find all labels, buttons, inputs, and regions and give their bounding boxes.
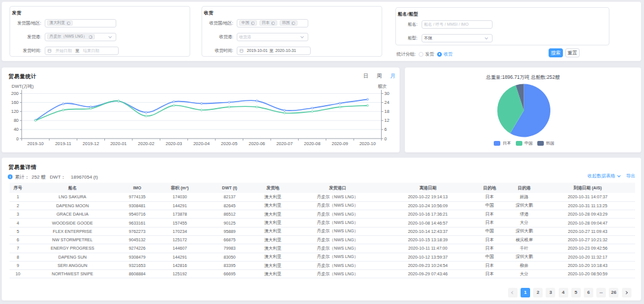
tag-close-icon[interactable] bbox=[89, 35, 92, 39]
page-button-4[interactable]: 4 bbox=[559, 288, 568, 297]
shipping-country-label: 发货国/地区: bbox=[10, 19, 41, 27]
data-point-marker bbox=[173, 101, 175, 103]
table-cell: 2020-10-23 09:42:56 bbox=[540, 244, 635, 253]
table-cell: 95889 bbox=[204, 227, 255, 235]
search-button[interactable]: 搜索 bbox=[549, 48, 563, 57]
data-point-marker bbox=[339, 106, 340, 108]
radio-收货[interactable]: 收货 bbox=[437, 51, 453, 57]
export-link[interactable]: 导出 bbox=[626, 173, 636, 179]
next-page-button[interactable] bbox=[622, 288, 631, 297]
table-cell: 3 bbox=[10, 210, 26, 219]
table-cell: 83395 bbox=[204, 261, 255, 269]
page-button-6[interactable]: 6 bbox=[584, 288, 593, 297]
chevron-down-icon bbox=[617, 174, 621, 177]
table-cell: 丹皮尔（NWS LNG） bbox=[290, 219, 385, 227]
shipping-country-input[interactable]: 澳大利亚 bbox=[45, 19, 116, 27]
table-cell: 7 bbox=[10, 244, 26, 253]
ship-type-label: 船型: bbox=[396, 34, 417, 42]
page-button-3[interactable]: 3 bbox=[546, 288, 555, 297]
page-button-2[interactable]: 2 bbox=[533, 288, 543, 297]
page-button-26[interactable]: 26 bbox=[609, 288, 618, 297]
y-left-tick-label: 40 bbox=[14, 127, 18, 132]
tag-close-icon[interactable] bbox=[292, 22, 295, 25]
table-cell: 日本 bbox=[471, 244, 508, 253]
table-cell: 丹皮尔（NWS LNG） bbox=[290, 201, 385, 210]
table-cell: 横滨根岸 bbox=[508, 235, 540, 244]
table-cell: 澳大利亚 bbox=[255, 219, 290, 227]
ship-name-input[interactable]: 船名 / 呼号 / MMSI / IMO bbox=[422, 20, 493, 29]
table-cell: 2020-10-16 17:36:21 bbox=[385, 210, 471, 219]
shipping-filter-group: 发货 发货国/地区: 澳大利亚 发货港: 丹皮尔（NWS LNG） 发货时间: … bbox=[10, 6, 190, 57]
legend-label: 日本 bbox=[503, 140, 511, 146]
table-cell: 姬路 bbox=[508, 193, 540, 201]
x-tick-label: 2020-03 bbox=[166, 141, 182, 146]
table-cell: 9774135 bbox=[119, 193, 156, 201]
table-cell: 柳井 bbox=[508, 261, 540, 269]
tag-close-icon[interactable] bbox=[67, 22, 70, 25]
table-cell: 2020-10-28 09:04:47 bbox=[540, 219, 635, 227]
column-header: 发货地 bbox=[255, 183, 290, 193]
table-cell: 千叶 bbox=[508, 244, 540, 253]
table-cell: NORTHWEST SNIPE bbox=[26, 270, 119, 278]
table-cell: 4 bbox=[10, 219, 26, 227]
column-header: 序号 bbox=[10, 183, 26, 193]
shipping-port-select[interactable]: 丹皮尔（NWS LNG） bbox=[45, 33, 116, 41]
table-cell: 2020-10-31 11:13:25 bbox=[540, 201, 635, 210]
table-row[interactable]: 7ENERGY PROGRESS927422614460779983澳大利亚丹皮… bbox=[10, 244, 635, 253]
data-point-marker bbox=[284, 112, 286, 114]
legend-item-韩国[interactable]: 韩国 bbox=[537, 140, 555, 146]
table-row[interactable]: 4WOODSIDE GOODE963316115745590125澳大利亚丹皮尔… bbox=[10, 219, 635, 227]
table-cell: 2020-10-20 11:32:17 bbox=[540, 253, 635, 261]
shipping-time-range-input[interactable]: 开始日期 至 结束日期 bbox=[45, 47, 119, 55]
chevron-down-icon bbox=[301, 35, 304, 38]
table-row[interactable]: 8DAPENG SUN930847914429183050澳大利亚丹皮尔（NWS… bbox=[10, 253, 635, 261]
page-button-5[interactable]: 5 bbox=[571, 288, 581, 297]
table-cell: 丹皮尔（NWS LNG） bbox=[290, 261, 385, 269]
prev-page-button[interactable] bbox=[508, 288, 518, 297]
table-row[interactable]: 9SERI ANGGUN932165314281683395澳大利亚丹皮尔（NW… bbox=[10, 261, 635, 269]
data-point-marker bbox=[62, 103, 64, 105]
table-cell: 澳大利亚 bbox=[255, 201, 290, 210]
table-row[interactable]: 2DAPENG MOON930848114429182645澳大利亚丹皮尔（NW… bbox=[10, 201, 635, 210]
legend-item-日本[interactable]: 日本 bbox=[494, 140, 511, 146]
table-row[interactable]: 1LNG SAKURA977413517403082137澳大利亚丹皮尔（NWS… bbox=[10, 193, 635, 201]
start-date-placeholder: 开始日期 bbox=[55, 48, 72, 54]
filter-tag-label: 澳大利亚 bbox=[49, 20, 65, 26]
table-row[interactable]: 3GRACE DAHLIA954071617387886512澳大利亚丹皮尔（N… bbox=[10, 210, 635, 219]
radio-发货[interactable]: 发货 bbox=[419, 51, 434, 57]
info-icon: i bbox=[8, 174, 13, 179]
page-button-1[interactable]: 1 bbox=[521, 288, 530, 297]
filter-tag: 丹皮尔（NWS LNG） bbox=[47, 34, 95, 39]
y-left-tick-label: 200 bbox=[11, 91, 19, 96]
pie-legend: 日本中国韩国 bbox=[406, 140, 642, 146]
table-cell: 173878 bbox=[156, 210, 204, 219]
receiving-port-select[interactable]: 收货港 bbox=[237, 33, 308, 41]
receiving-group-title: 收货 bbox=[204, 10, 213, 16]
table-cell: 9540716 bbox=[119, 210, 156, 219]
y-left-tick-label: 0 bbox=[16, 136, 18, 142]
legend-item-中国[interactable]: 中国 bbox=[516, 140, 533, 146]
data-point-marker bbox=[200, 103, 202, 105]
table-cell: 2020-10-27 11:09:43 bbox=[540, 227, 635, 235]
end-date-placeholder: 结束日期 bbox=[83, 48, 99, 54]
collapse-table-link[interactable]: 收起数据表格 bbox=[587, 173, 620, 179]
table-row[interactable]: 10NORTHWEST SNIPE860888412519266695澳大利亚丹… bbox=[10, 270, 635, 278]
table-row[interactable]: 5FLEX ENTERPRISE976227317023495889澳大利亚丹皮… bbox=[10, 227, 635, 235]
filter-tag: 中国 bbox=[239, 20, 257, 26]
table-cell: 深圳大鹏 bbox=[508, 201, 540, 210]
tag-close-icon[interactable] bbox=[251, 22, 255, 25]
table-cell: 144291 bbox=[156, 201, 204, 210]
receiving-time-range-input[interactable]: 2019-10-01 至 2020-10-31 bbox=[237, 47, 311, 55]
date-separator: 至 bbox=[75, 48, 79, 54]
x-tick-label: 2020-04 bbox=[193, 141, 210, 146]
column-header: 离港日期 bbox=[385, 183, 471, 193]
data-point-marker bbox=[173, 105, 175, 106]
table-cell: 中国 bbox=[471, 253, 508, 261]
receiving-country-input[interactable]: 中国日本韩国 bbox=[237, 19, 308, 27]
tag-close-icon[interactable] bbox=[271, 22, 275, 25]
table-row[interactable]: 6NW STORMPETREL904513212517266875澳大利亚丹皮尔… bbox=[10, 235, 635, 244]
y-right-axis-name: 艘次 bbox=[378, 84, 388, 89]
reset-button[interactable]: 重置 bbox=[565, 48, 580, 57]
ship-type-select[interactable]: 不限 bbox=[422, 34, 493, 42]
page-ellipsis-button[interactable]: ••• bbox=[596, 288, 606, 297]
